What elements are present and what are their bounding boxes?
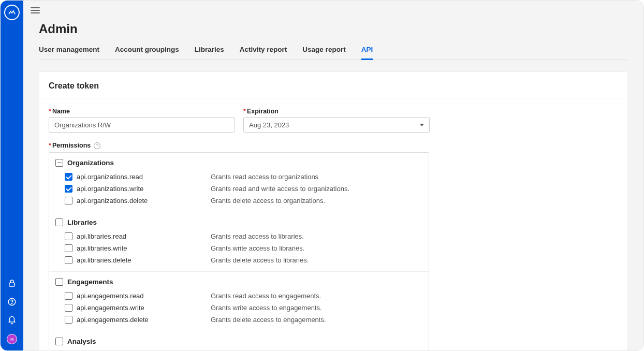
permissions-label: *Permissions (49, 142, 91, 149)
permission-row: api.organizations.deleteGrants delete ac… (55, 195, 422, 207)
permission-checkbox[interactable] (65, 244, 72, 252)
permission-desc: Grants read access to engagements. (211, 292, 321, 300)
permission-key: api.organizations.write (77, 185, 143, 193)
name-label: *Name (49, 108, 235, 115)
expiration-value: Aug 23, 2023 (249, 121, 289, 129)
tab-activity-report[interactable]: Activity report (240, 46, 287, 60)
svg-rect-0 (9, 283, 15, 286)
permission-desc: Grants write access to libraries. (211, 244, 304, 252)
bell-icon[interactable] (7, 315, 17, 326)
permission-row: api.libraries.deleteGrants delete access… (55, 254, 422, 266)
tab-user-management[interactable]: User management (39, 46, 99, 60)
permission-row: api.libraries.readGrants read access to … (55, 230, 422, 242)
group-title: Organizations (67, 159, 114, 167)
main-content: Admin User managementAccount groupingsLi… (23, 1, 643, 350)
permission-key: api.libraries.write (77, 244, 127, 252)
app-logo[interactable] (4, 5, 20, 20)
permissions-list: Organizationsapi.organizations.readGrant… (49, 152, 429, 350)
help-icon[interactable]: ? (94, 142, 100, 149)
group-checkbox[interactable] (55, 159, 63, 167)
permission-group: Organizationsapi.organizations.readGrant… (49, 153, 429, 212)
page-title: Admin (39, 22, 628, 36)
permission-key: api.libraries.delete (77, 256, 131, 264)
group-checkbox[interactable] (55, 338, 63, 345)
permission-checkbox[interactable] (65, 197, 72, 204)
tab-api[interactable]: API (361, 46, 373, 60)
sidebar: ◎ (1, 1, 23, 350)
permission-desc: Grants delete access to organizations. (211, 197, 325, 204)
permission-checkbox[interactable] (65, 292, 72, 300)
permission-row: api.analysis.readGrants read access to a… (55, 349, 422, 350)
permission-desc: Grants delete access to engagements. (211, 316, 326, 324)
permission-row: api.engagements.writeGrants write access… (55, 302, 422, 314)
permission-checkbox[interactable] (65, 316, 72, 324)
create-token-card: Create token *Name *Expiration Aug 23, 2… (39, 71, 628, 350)
permission-key: api.engagements.read (77, 292, 143, 300)
permission-row: api.organizations.readGrants read access… (55, 171, 422, 183)
permission-key: api.engagements.write (77, 304, 144, 312)
menu-icon[interactable] (31, 7, 40, 14)
permission-checkbox[interactable] (65, 173, 72, 181)
permission-row: api.organizations.writeGrants read and w… (55, 183, 422, 195)
permission-checkbox[interactable] (65, 304, 72, 312)
lock-icon[interactable] (7, 278, 17, 288)
permission-row: api.libraries.writeGrants write access t… (55, 242, 422, 254)
expiration-select[interactable]: Aug 23, 2023 (243, 117, 430, 133)
help-circle-icon[interactable] (7, 297, 17, 307)
group-title: Engagements (67, 278, 113, 286)
group-title: Libraries (67, 218, 97, 226)
permission-checkbox[interactable] (65, 232, 72, 240)
permission-checkbox[interactable] (65, 185, 72, 193)
card-title: Create token (49, 81, 618, 91)
expiration-label: *Expiration (243, 108, 430, 115)
group-title: Analysis (67, 338, 96, 345)
tab-account-groupings[interactable]: Account groupings (115, 46, 179, 60)
permission-group: Analysisapi.analysis.readGrants read acc… (49, 331, 429, 350)
permission-desc: Grants read access to organizations (211, 173, 318, 181)
tab-bar: User managementAccount groupingsLibrarie… (39, 46, 628, 60)
permission-checkbox[interactable] (65, 256, 72, 264)
permission-desc: Grants delete access to libraries. (211, 256, 309, 264)
user-avatar[interactable]: ◎ (7, 334, 17, 344)
tab-libraries[interactable]: Libraries (195, 46, 224, 60)
permission-desc: Grants read access to libraries. (211, 232, 304, 240)
group-checkbox[interactable] (55, 218, 63, 226)
chevron-down-icon (420, 124, 424, 126)
permission-row: api.engagements.readGrants read access t… (55, 290, 422, 302)
permission-key: api.organizations.delete (77, 197, 148, 204)
permission-group: Engagementsapi.engagements.readGrants re… (49, 272, 429, 331)
permission-desc: Grants write access to engagements. (211, 304, 322, 312)
permission-desc: Grants read and write access to organiza… (211, 185, 349, 193)
permission-row: api.engagements.deleteGrants delete acce… (55, 314, 422, 326)
tab-usage-report[interactable]: Usage report (302, 46, 345, 60)
permission-group: Librariesapi.libraries.readGrants read a… (49, 212, 429, 272)
group-checkbox[interactable] (55, 278, 63, 286)
name-input[interactable] (49, 117, 235, 133)
permission-key: api.engagements.delete (77, 316, 149, 324)
permission-key: api.libraries.read (77, 232, 126, 240)
svg-point-2 (11, 303, 12, 304)
permission-key: api.organizations.read (77, 173, 143, 181)
